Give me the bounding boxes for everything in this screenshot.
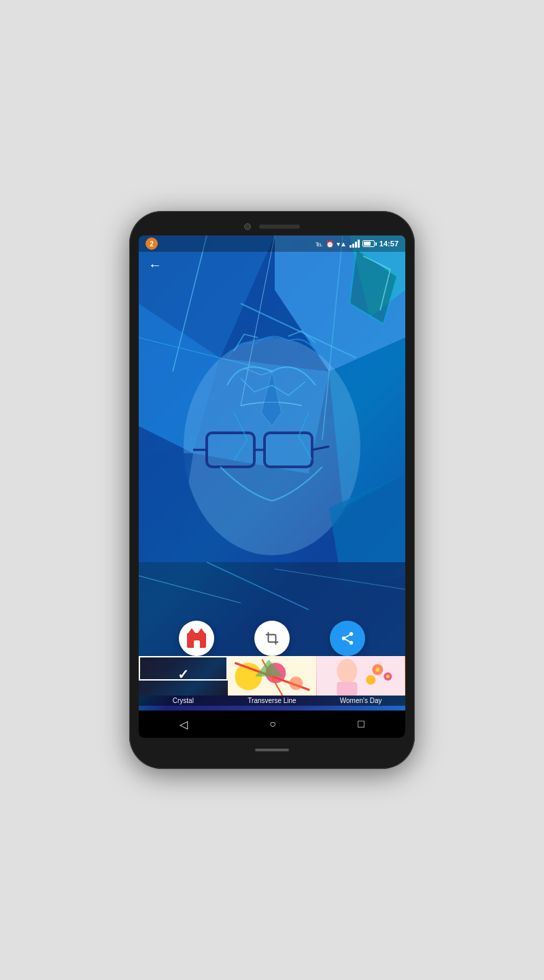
svg-point-43 bbox=[386, 675, 390, 679]
svg-line-27 bbox=[345, 639, 350, 642]
share-icon bbox=[340, 631, 355, 646]
filter-strip: ✓ Crystal Tr bbox=[139, 656, 405, 710]
status-left-section: 2 bbox=[146, 238, 158, 250]
back-button[interactable]: ← bbox=[148, 257, 162, 273]
action-buttons-row bbox=[139, 621, 405, 656]
svg-point-42 bbox=[376, 668, 380, 672]
alarm-icon: ⏰ bbox=[326, 240, 334, 248]
wifi-icon: ▾▲ bbox=[337, 240, 347, 248]
bluetooth-icon: ℡ bbox=[316, 240, 323, 248]
filter-womens-day[interactable]: Women's Day bbox=[316, 656, 405, 710]
status-bar: 2 ℡ ⏰ ▾▲ 14:57 bbox=[139, 235, 405, 252]
share-button[interactable] bbox=[330, 621, 365, 656]
filter-womens-day-label: Women's Day bbox=[316, 696, 405, 706]
front-camera bbox=[244, 223, 251, 230]
crop-icon bbox=[265, 631, 279, 646]
battery-icon bbox=[362, 240, 377, 247]
filter-transverse-label: Transverse Line bbox=[228, 696, 317, 706]
signal-strength-icon bbox=[350, 240, 360, 248]
svg-rect-38 bbox=[337, 682, 358, 696]
home-indicator bbox=[255, 749, 289, 751]
store-button[interactable] bbox=[179, 621, 214, 656]
transverse-art bbox=[228, 656, 317, 696]
filter-crystal[interactable]: ✓ Crystal bbox=[139, 656, 228, 710]
earpiece-speaker bbox=[259, 225, 300, 229]
art-filter-overlay bbox=[139, 235, 405, 657]
svg-point-25 bbox=[341, 636, 345, 640]
nav-back-button[interactable]: ◁ bbox=[180, 718, 188, 731]
phone-top-bar bbox=[139, 223, 405, 230]
svg-line-28 bbox=[345, 635, 350, 638]
filter-checkmark: ✓ bbox=[177, 666, 189, 683]
app-notification-icon: 2 bbox=[146, 238, 158, 250]
status-right-section: ℡ ⏰ ▾▲ 14:57 bbox=[316, 240, 398, 248]
nav-recents-button[interactable]: □ bbox=[358, 718, 364, 730]
phone-bottom-bar bbox=[255, 743, 289, 757]
svg-point-37 bbox=[337, 659, 358, 683]
filter-transverse-line[interactable]: Transverse Line bbox=[228, 656, 317, 710]
nav-home-button[interactable]: ○ bbox=[269, 718, 276, 730]
svg-point-34 bbox=[289, 676, 303, 690]
svg-point-26 bbox=[349, 641, 353, 645]
svg-point-41 bbox=[367, 675, 376, 685]
navigation-bar: ◁ ○ □ bbox=[139, 710, 405, 738]
phone-frame: 2 ℡ ⏰ ▾▲ 14:57 bbox=[129, 211, 415, 769]
womens-day-art bbox=[316, 656, 405, 696]
status-time: 14:57 bbox=[379, 240, 398, 248]
svg-point-24 bbox=[349, 632, 353, 636]
phone-screen: 2 ℡ ⏰ ▾▲ 14:57 bbox=[139, 235, 405, 738]
filter-crystal-label: Crystal bbox=[139, 696, 228, 706]
crop-button[interactable] bbox=[254, 621, 290, 656]
